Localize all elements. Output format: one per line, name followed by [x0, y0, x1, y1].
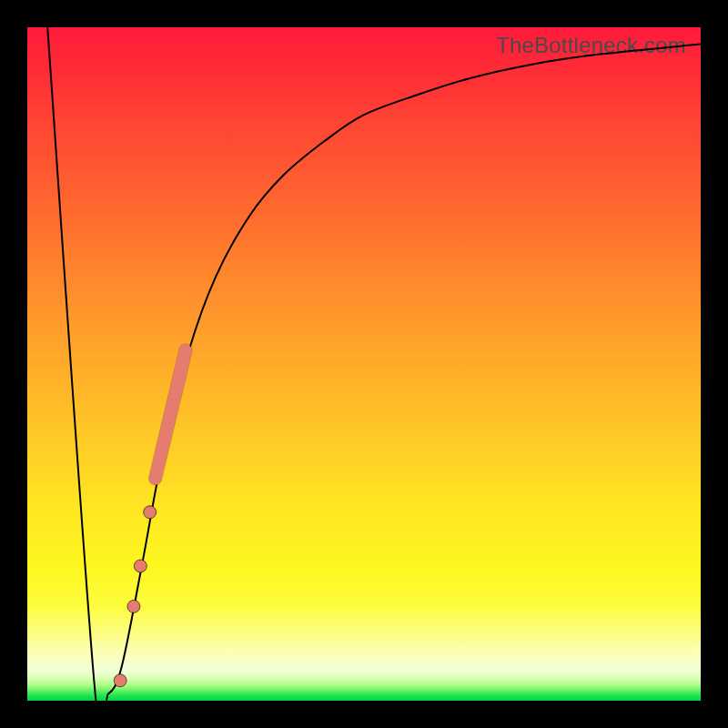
plot-area: TheBottleneck.com — [27, 27, 701, 701]
data-marker — [127, 600, 140, 612]
data-markers — [114, 350, 186, 687]
curve-layer — [27, 27, 701, 701]
chart-frame: TheBottleneck.com — [0, 0, 728, 728]
marker-band — [156, 350, 186, 479]
data-marker — [134, 560, 147, 572]
bottleneck-curve — [47, 27, 701, 701]
data-marker — [144, 506, 157, 519]
data-marker — [114, 674, 126, 687]
